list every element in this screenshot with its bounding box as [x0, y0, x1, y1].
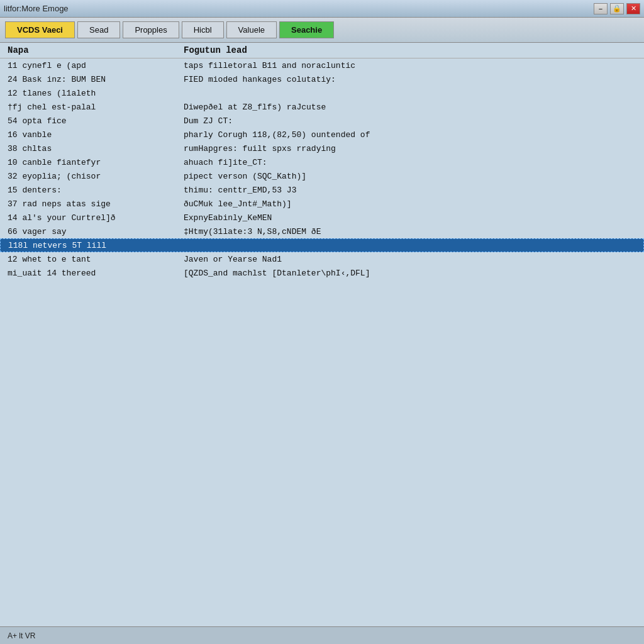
- row-desc-11: ExpnyEabinly_KeMEN: [184, 213, 636, 223]
- minimize-button[interactable]: −: [594, 3, 608, 14]
- row-name-6: 38 chltas: [8, 144, 184, 153]
- status-bar: A+ lt VR: [0, 626, 644, 644]
- row-name-10: 37 rad neps atas sige: [8, 199, 184, 209]
- main-window: litfor:More Emoge − 🔒 ✕ VCDS VaeciSeadPr…: [0, 0, 644, 644]
- close-button[interactable]: ✕: [626, 3, 640, 14]
- row-desc-9: thimu: centtr_EMD,53 J3: [184, 186, 636, 195]
- tab-seachie[interactable]: Seachie: [279, 21, 334, 38]
- row-name-8: 32 eyoplia; (chisor: [8, 172, 184, 181]
- row-desc-0: taps filletoral B11 and noracluntic: [184, 61, 636, 70]
- row-desc-4: Dum ZJ CT:: [184, 116, 636, 126]
- row-name-13: l18l netvers 5T lill: [8, 241, 184, 250]
- row-desc-5: pharly Corugh 118,(82,50) ountended of: [184, 130, 636, 140]
- row-desc-6: rumHapgres: fuilt spxs rradying: [184, 144, 636, 153]
- row-name-15: mi_uait 14 thereed: [8, 269, 184, 278]
- row-name-11: 14 al's your Curtrel]ð: [8, 213, 184, 223]
- table-row[interactable]: 32 eyoplia; (chisorpipect verson (SQC_Ka…: [0, 169, 644, 183]
- row-desc-15: [QZDS_and machlst [Dtanleter\phI‹,DFL]: [184, 269, 636, 278]
- lock-button[interactable]: 🔒: [610, 3, 624, 14]
- row-desc-10: ðuCMuk lee_Jnt#_Math)]: [184, 199, 636, 209]
- row-desc-12: ‡Htmy(31late:3 N,S8,cNDEM ðE: [184, 227, 636, 236]
- status-text: A+ lt VR: [8, 631, 35, 640]
- row-name-2: 12 tlanes (l1aleth: [8, 89, 184, 98]
- table-row[interactable]: 14 al's your Curtrel]ðExpnyEabinly_KeMEN: [0, 211, 644, 225]
- row-desc-8: pipect verson (SQC_Kath)]: [184, 172, 636, 181]
- row-name-7: 10 canble fiantefyr: [8, 158, 184, 167]
- row-name-12: 66 vager say: [8, 227, 184, 236]
- toolbar: VCDS VaeciSeadPropplesHicblValueleSeachi…: [0, 18, 644, 43]
- table-row[interactable]: 15 denters:thimu: centtr_EMD,53 J3: [0, 183, 644, 197]
- tab-hicbl[interactable]: Hicbl: [182, 21, 224, 38]
- table-row[interactable]: 16 vanblepharly Corugh 118,(82,50) ounte…: [0, 128, 644, 142]
- table-header: Napa Fogutun lead: [0, 43, 644, 58]
- table-row[interactable]: 66 vager say‡Htmy(31late:3 N,S8,cNDEM ðE: [0, 225, 644, 238]
- table-body: 11 cynefl e (apdtaps filletoral B11 and …: [0, 58, 644, 626]
- table-row[interactable]: 24 Bask inz: BUM BENFIED mioded hankages…: [0, 72, 644, 86]
- header-col-desc: Fogutun lead: [184, 45, 636, 55]
- row-desc-1: FIED mioded hankages colutatiy:: [184, 75, 636, 84]
- header-col-name: Napa: [8, 45, 184, 55]
- row-name-0: 11 cynefl e (apd: [8, 61, 184, 70]
- row-name-9: 15 denters:: [8, 186, 184, 195]
- tab-vcds[interactable]: VCDS Vaeci: [5, 21, 75, 38]
- table-row[interactable]: l18l netvers 5T lill: [0, 238, 644, 252]
- row-desc-14: Javen or Yearse Nad1: [184, 255, 636, 264]
- tab-sead[interactable]: Sead: [77, 21, 120, 38]
- row-desc-7: ahuach fi]ite_CT:: [184, 158, 636, 167]
- table-row[interactable]: mi_uait 14 thereed[QZDS_and machlst [Dta…: [0, 266, 644, 280]
- table-row[interactable]: 12 whet to e tantJaven or Yearse Nad1: [0, 252, 644, 266]
- row-name-3: †fj chel est-palal: [8, 103, 184, 112]
- row-desc-3: Diwepðel at Z8_flfs) raJcutse: [184, 103, 636, 112]
- table-row[interactable]: 11 cynefl e (apdtaps filletoral B11 and …: [0, 58, 644, 72]
- table-row[interactable]: 12 tlanes (l1aleth: [0, 86, 644, 100]
- table-row[interactable]: 38 chltasrumHapgres: fuilt spxs rradying: [0, 142, 644, 155]
- row-name-14: 12 whet to e tant: [8, 255, 184, 264]
- tab-valuele[interactable]: Valuele: [226, 21, 277, 38]
- row-name-1: 24 Bask inz: BUM BEN: [8, 75, 184, 84]
- table-row[interactable]: †fj chel est-palalDiwepðel at Z8_flfs) r…: [0, 100, 644, 114]
- tab-propples[interactable]: Propples: [123, 21, 179, 38]
- row-name-4: 54 opta fice: [8, 116, 184, 126]
- table-row[interactable]: 37 rad neps atas sigeðuCMuk lee_Jnt#_Mat…: [0, 197, 644, 211]
- window-title: litfor:More Emoge: [4, 4, 69, 13]
- window-controls: − 🔒 ✕: [594, 3, 640, 14]
- content-area: Napa Fogutun lead 11 cynefl e (apdtaps f…: [0, 43, 644, 626]
- table-row[interactable]: 10 canble fiantefyrahuach fi]ite_CT:: [0, 155, 644, 169]
- table-row[interactable]: 54 opta ficeDum ZJ CT:: [0, 114, 644, 128]
- title-bar: litfor:More Emoge − 🔒 ✕: [0, 0, 644, 18]
- row-name-5: 16 vanble: [8, 130, 184, 140]
